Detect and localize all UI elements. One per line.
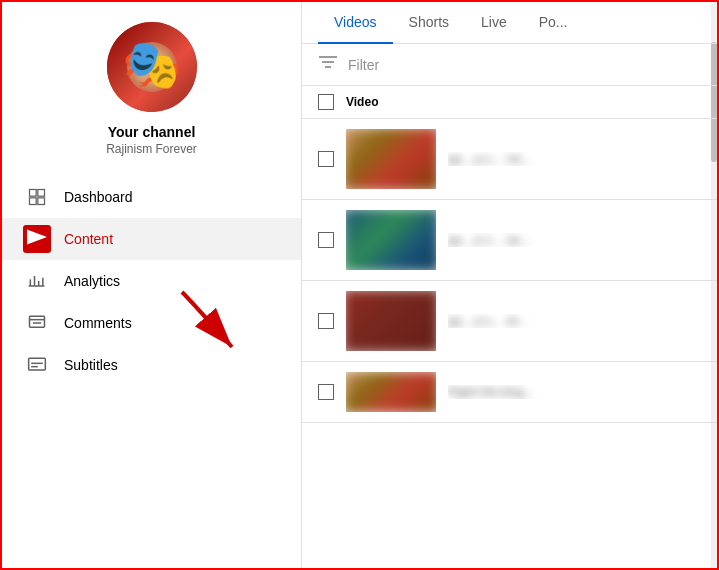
row-checkbox[interactable]	[318, 384, 334, 400]
main-content: Videos Shorts Live Po... Filter Video	[302, 2, 717, 568]
avatar	[107, 22, 197, 112]
svg-marker-4	[27, 230, 47, 245]
filter-icon	[318, 54, 338, 75]
sidebar-item-analytics[interactable]: Analytics	[2, 260, 301, 302]
video-list: pp... p s... ·ne... pp... p s... ·as...	[302, 119, 717, 568]
content-icon	[26, 228, 48, 250]
table-row: pp... p s... ·ne...	[302, 119, 717, 200]
analytics-icon	[26, 270, 48, 292]
row-checkbox[interactable]	[318, 151, 334, 167]
svg-rect-2	[30, 198, 37, 205]
filter-bar: Filter	[302, 44, 717, 86]
video-column-header: Video	[346, 95, 378, 109]
video-title: pp... p s... ·as...	[448, 233, 701, 247]
channel-username: Rajinism Forever	[106, 142, 197, 156]
dashboard-icon	[26, 186, 48, 208]
analytics-label: Analytics	[64, 273, 120, 289]
video-info: pp... p s... ·ne...	[448, 152, 701, 166]
table-row: Rajini the king...	[302, 362, 717, 423]
sidebar-item-content[interactable]: Content	[2, 218, 301, 260]
svg-rect-10	[30, 316, 45, 327]
sidebar-item-dashboard[interactable]: Dashboard	[2, 176, 301, 218]
content-label: Content	[64, 231, 113, 247]
video-info: pp... p s... ·et...	[448, 314, 701, 328]
svg-rect-0	[30, 190, 37, 197]
tab-shorts[interactable]: Shorts	[393, 2, 465, 44]
row-checkbox[interactable]	[318, 313, 334, 329]
app-layout: Your channel Rajinism Forever Dashboard	[2, 2, 717, 568]
table-header: Video	[302, 86, 717, 119]
sidebar-item-subtitles[interactable]: Subtitles	[2, 344, 301, 386]
video-info: Rajini the king...	[448, 385, 701, 399]
video-thumbnail	[346, 210, 436, 270]
tab-live[interactable]: Live	[465, 2, 523, 44]
svg-rect-1	[38, 190, 45, 197]
select-all-checkbox[interactable]	[318, 94, 334, 110]
nav-list: Dashboard Content	[2, 176, 301, 386]
tab-videos[interactable]: Videos	[318, 2, 393, 44]
comments-icon	[26, 312, 48, 334]
svg-rect-13	[29, 358, 46, 370]
comments-label: Comments	[64, 315, 132, 331]
tab-posts[interactable]: Po...	[523, 2, 584, 44]
video-thumbnail	[346, 129, 436, 189]
video-title: Rajini the king...	[448, 385, 701, 399]
video-info: pp... p s... ·as...	[448, 233, 701, 247]
avatar-image	[107, 22, 197, 112]
video-thumbnail	[346, 291, 436, 351]
video-title: pp... p s... ·ne...	[448, 152, 701, 166]
subtitles-label: Subtitles	[64, 357, 118, 373]
table-row: pp... p s... ·as...	[302, 200, 717, 281]
svg-rect-3	[38, 198, 45, 205]
sidebar-item-comments[interactable]: Comments	[2, 302, 301, 344]
dashboard-label: Dashboard	[64, 189, 133, 205]
video-thumbnail	[346, 372, 436, 412]
subtitles-icon	[26, 354, 48, 376]
table-row: pp... p s... ·et...	[302, 281, 717, 362]
tabs-bar: Videos Shorts Live Po...	[302, 2, 717, 44]
sidebar: Your channel Rajinism Forever Dashboard	[2, 2, 302, 568]
channel-name: Your channel	[108, 124, 196, 140]
video-title: pp... p s... ·et...	[448, 314, 701, 328]
row-checkbox[interactable]	[318, 232, 334, 248]
filter-label[interactable]: Filter	[348, 57, 379, 73]
